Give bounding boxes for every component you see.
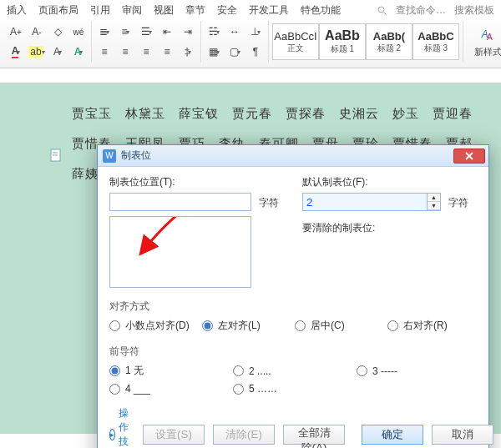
leader-4-radio[interactable]: 4 ___ [109, 383, 230, 395]
align-decimal-radio[interactable]: 小数点对齐(D) [109, 319, 199, 333]
leader-group-1: 1 无 2 ..... 3 ----- [109, 364, 477, 378]
ribbon-tabs: 插入 页面布局 引用 审阅 视图 章节 安全 开发工具 特色功能 查找命令… 搜… [0, 0, 501, 19]
tips-link[interactable]: ▸操作技巧 [109, 406, 134, 448]
svg-text:A: A [487, 33, 493, 42]
style-heading1[interactable]: AaBb标题 1 [319, 23, 366, 60]
tab-security[interactable]: 安全 [217, 3, 237, 18]
ok-button[interactable]: 确定 [362, 425, 423, 445]
close-button[interactable] [453, 148, 485, 164]
tab-insert[interactable]: 插入 [7, 3, 27, 18]
unit-label-2: 字符 [448, 196, 468, 210]
border-icon[interactable]: ▢▾ [225, 43, 244, 61]
leader-2-radio[interactable]: 2 ..... [233, 365, 353, 377]
align-left-icon[interactable]: ≡ [95, 43, 114, 61]
tab-position-input[interactable] [109, 193, 251, 211]
dialog-titlebar[interactable]: W 制表位 [98, 145, 488, 167]
increase-font-icon[interactable]: A+ [7, 23, 25, 41]
shading-icon[interactable]: ▦▾ [205, 43, 223, 61]
find-command[interactable]: 查找命令… [396, 3, 446, 18]
align-right-icon[interactable]: ≡ [137, 43, 155, 61]
leader-5-radio[interactable]: 5 …… [233, 383, 353, 395]
dialog-title: 制表位 [121, 148, 151, 163]
set-button[interactable]: 设置(S) [143, 425, 205, 445]
cancel-button[interactable]: 取消 [432, 425, 493, 445]
tab-position-list[interactable] [109, 216, 251, 288]
svg-line-1 [384, 12, 387, 14]
leader-1-radio[interactable]: 1 无 [109, 364, 230, 378]
align-center-radio[interactable]: 居中(C) [295, 319, 384, 333]
tab-review[interactable]: 审阅 [122, 3, 142, 18]
new-style-icon: AA [478, 26, 498, 44]
style-heading2[interactable]: AaBb(标题 2 [366, 23, 412, 60]
unit-label: 字符 [259, 196, 279, 210]
leader-group-2: 4 ___ 5 …… [109, 383, 477, 395]
style-heading3[interactable]: AaBbC标题 3 [412, 23, 459, 60]
tab-devtools[interactable]: 开发工具 [249, 3, 289, 18]
to-clear-label: 要清除的制表位: [302, 221, 477, 235]
indent-right-icon[interactable]: ⇥ [179, 23, 197, 41]
indent-left-icon[interactable]: ⇤ [158, 23, 176, 41]
alignment-group: 小数点对齐(D) 左对齐(L) 居中(C) 右对齐(R) [109, 319, 477, 333]
clear-all-button[interactable]: 全部清除(A) [283, 425, 345, 445]
numbered-list-icon[interactable]: ≡▾ [116, 23, 134, 41]
tab-stop-icon[interactable]: ⊥▾ [246, 23, 265, 41]
align-right-radio[interactable]: 右对齐(R) [387, 319, 477, 333]
phonetic-icon[interactable]: wé [69, 23, 88, 41]
tab-features[interactable]: 特色功能 [301, 3, 341, 18]
style-normal[interactable]: AaBbCcI正文 [272, 23, 319, 60]
tips-icon: ▸ [109, 429, 115, 440]
tab-layout[interactable]: 页面布局 [38, 3, 78, 18]
text-effect-icon[interactable]: A▾ [69, 43, 88, 61]
decrease-font-icon[interactable]: A- [28, 23, 46, 41]
default-tab-label: 默认制表位(F): [302, 175, 477, 189]
tab-chapter[interactable]: 章节 [185, 3, 205, 18]
tabs-dialog: W 制表位 制表位位置(T): 字符 默认制表位(F): ▲▼ [97, 144, 489, 448]
tab-position-label: 制表位位置(T): [109, 175, 284, 189]
text-direction-icon[interactable]: ☵▾ [205, 23, 223, 41]
annotation-arrow [119, 216, 251, 287]
tab-view[interactable]: 视图 [154, 3, 174, 18]
leader-heading: 前导符 [109, 345, 477, 359]
new-style-button[interactable]: AA 新样式 [467, 26, 501, 58]
section-break-icon [50, 148, 63, 162]
align-center-icon[interactable]: ≡ [116, 43, 134, 61]
default-tab-input[interactable] [302, 193, 428, 211]
leader-3-radio[interactable]: 3 ----- [357, 365, 477, 377]
bullet-list-icon[interactable]: ≣▾ [95, 23, 114, 41]
ruler[interactable] [0, 68, 501, 83]
multilevel-list-icon[interactable]: ☰▾ [137, 23, 155, 41]
search-templates[interactable]: 搜索模板 [454, 3, 494, 18]
tab-references[interactable]: 引用 [90, 3, 110, 18]
highlight-icon[interactable]: ab▾ [28, 43, 46, 61]
spin-up-button[interactable]: ▲ [428, 194, 440, 202]
align-justify-icon[interactable]: ≡ [158, 43, 176, 61]
svg-point-0 [378, 7, 384, 13]
clear-button[interactable]: 清除(E) [213, 425, 275, 445]
line-spacing-icon[interactable]: ‡▾ [179, 43, 197, 61]
spin-down-button[interactable]: ▼ [428, 202, 440, 210]
align-left-radio[interactable]: 左对齐(L) [202, 319, 291, 333]
style-gallery[interactable]: AaBbCcI正文 AaBb标题 1 AaBb(标题 2 AaBbC标题 3 [272, 23, 459, 60]
char-style-icon[interactable]: A▾ [48, 43, 67, 61]
clear-format-icon[interactable]: ◇ [48, 23, 67, 41]
distribute-icon[interactable]: ↔ [225, 23, 244, 41]
ribbon-toolbar: A+ A- ◇ wé A▾ ab▾ A▾ A▾ ≣▾ ≡▾ ☰▾ ⇤ ⇥ ≡ [0, 19, 501, 68]
close-icon [464, 152, 474, 160]
show-marks-icon[interactable]: ¶ [246, 43, 265, 61]
font-color-icon[interactable]: A▾ [7, 43, 25, 61]
alignment-heading: 对齐方式 [109, 300, 477, 314]
search-icon [377, 6, 387, 16]
app-logo-icon: W [103, 149, 116, 163]
